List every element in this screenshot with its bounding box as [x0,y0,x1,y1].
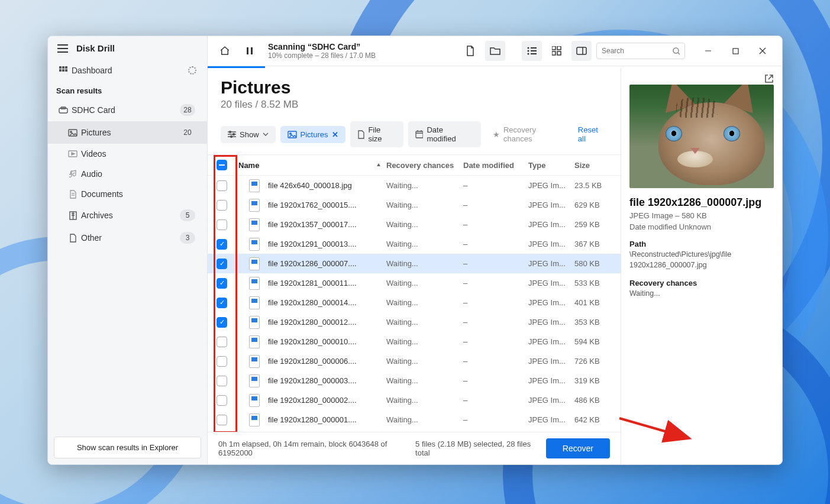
column-type[interactable]: Type [528,161,574,170]
row-checkbox[interactable] [217,356,227,367]
select-all-checkbox[interactable] [217,160,227,170]
table-row[interactable]: file 1920x1280_000003....Waiting...–JPEG… [208,371,621,390]
row-checkbox[interactable] [217,395,227,406]
svg-point-9 [70,131,72,133]
file-name: file 1920x1281_000011.... [268,279,357,287]
search-input[interactable] [602,47,673,55]
folder-icon[interactable] [485,41,505,61]
table-row[interactable]: file 1920x1280_000006....Waiting...–JPEG… [208,351,621,371]
svg-point-31 [673,48,679,53]
svg-rect-1 [62,66,64,69]
maximize-button[interactable] [723,42,748,60]
minimize-button[interactable] [696,42,721,60]
category-icon [68,128,77,137]
table-row[interactable]: file 1920x1762_000015....Waiting...–JPEG… [208,195,621,215]
calendar-icon [415,130,424,138]
cell-date: – [463,376,528,385]
pause-button[interactable] [240,41,260,61]
table-row[interactable]: file 1920x1280_000002....Waiting...–JPEG… [208,390,621,410]
svg-point-23 [528,53,529,55]
column-name[interactable]: Name [236,161,386,170]
main-area: Scanning “SDHC Card” 10% complete – 28 f… [208,36,782,464]
reset-all-link[interactable]: Reset all [578,125,608,143]
grid-view-button[interactable] [547,41,567,61]
status-right: 5 files (2.18 MB) selected, 28 files tot… [415,440,535,457]
row-checkbox[interactable] [217,200,227,211]
svg-point-19 [528,47,529,49]
menu-icon[interactable] [57,44,68,53]
row-checkbox[interactable]: ✓ [217,317,227,328]
table-row[interactable]: ✓file 1920x1286_000007....Waiting...–JPE… [208,254,621,273]
column-recovery[interactable]: Recovery chances [386,161,463,170]
cell-date: – [463,337,528,346]
row-checkbox[interactable] [217,337,227,347]
row-checkbox[interactable] [217,180,227,191]
table-row[interactable]: file 1920x1357_000017....Waiting...–JPEG… [208,215,621,234]
cell-date: – [463,240,528,248]
file-icon [249,374,260,387]
cell-size: 726 KB [574,357,621,366]
sliders-icon [228,131,236,138]
cell-recovery: Waiting... [386,181,463,190]
cell-recovery: Waiting... [386,201,463,209]
svg-rect-20 [531,47,537,49]
sidebar-item-pictures[interactable]: Pictures20 [48,121,207,144]
sidebar-item-documents[interactable]: Documents [48,184,207,204]
row-checkbox[interactable]: ✓ [217,278,227,289]
table-row[interactable]: file 1920x1280_000010....Waiting...–JPEG… [208,332,621,351]
file-icon [249,238,260,251]
file-size-filter[interactable]: File size [350,121,403,147]
table-row[interactable]: ✓file 1920x1291_000013....Waiting...–JPE… [208,234,621,254]
svg-rect-34 [733,49,738,54]
recover-button[interactable]: Recover [546,438,610,458]
pictures-filter-chip[interactable]: Pictures ✕ [280,126,345,143]
row-checkbox[interactable] [217,415,227,425]
open-external-icon[interactable] [764,74,774,83]
table-row[interactable]: ✓file 1920x1281_000011....Waiting...–JPE… [208,273,621,293]
row-checkbox[interactable]: ✓ [217,298,227,308]
close-button[interactable] [750,42,775,60]
preview-recovery-label: Recovery chances [629,279,774,287]
list-view-button[interactable] [522,41,542,61]
recovery-chances-filter[interactable]: ★ Recovery chances [486,121,573,147]
show-in-explorer-button[interactable]: Show scan results in Explorer [54,437,201,458]
file-name: file 1920x1280_000012.... [268,318,357,327]
file-icon [249,394,260,407]
sidebar-item-audio[interactable]: Audio [48,164,207,184]
table-row[interactable]: file 1920x1280_000001....Waiting...–JPEG… [208,410,621,429]
panel-toggle-button[interactable] [571,41,592,61]
svg-point-21 [528,50,529,52]
cell-size: 580 KB [574,259,621,268]
sidebar-item-archives[interactable]: Archives5 [48,204,207,227]
cell-date: – [463,259,528,268]
file-icon [249,277,260,290]
date-modified-filter[interactable]: Date modified [408,121,481,147]
row-checkbox[interactable]: ✓ [217,259,227,269]
sidebar-item-other[interactable]: Other3 [48,227,207,249]
column-size[interactable]: Size [574,161,621,170]
close-icon[interactable]: ✕ [332,130,338,139]
file-name: file 1920x1280_000006.... [268,357,357,366]
search-field[interactable] [596,43,685,59]
table-row[interactable]: ✓file 1920x1280_000012....Waiting...–JPE… [208,312,621,332]
file-icon[interactable] [460,41,480,61]
row-checkbox[interactable] [217,376,227,386]
sidebar-item-sdhc-card[interactable]: SDHC Card28 [48,99,207,121]
cell-type: JPEG Im... [528,396,574,405]
table-row[interactable]: ✓file 1920x1280_000014....Waiting...–JPE… [208,293,621,312]
column-date[interactable]: Date modified [463,161,528,170]
sidebar-item-dashboard[interactable]: Dashboard [48,60,207,80]
cell-type: JPEG Im... [528,376,574,385]
table-row[interactable]: file 426x640_000018.jpgWaiting...–JPEG I… [208,176,621,195]
cell-date: – [463,318,528,327]
cell-recovery: Waiting... [386,337,463,346]
row-checkbox[interactable]: ✓ [217,239,227,250]
svg-rect-28 [557,51,561,55]
count-badge: 3 [180,232,195,244]
home-button[interactable] [215,41,235,61]
sidebar-item-videos[interactable]: Videos [48,144,207,164]
show-filter[interactable]: Show [221,126,276,143]
row-checkbox[interactable] [217,219,227,230]
file-icon [249,413,260,427]
sidebar-item-label: Pictures [81,128,111,137]
